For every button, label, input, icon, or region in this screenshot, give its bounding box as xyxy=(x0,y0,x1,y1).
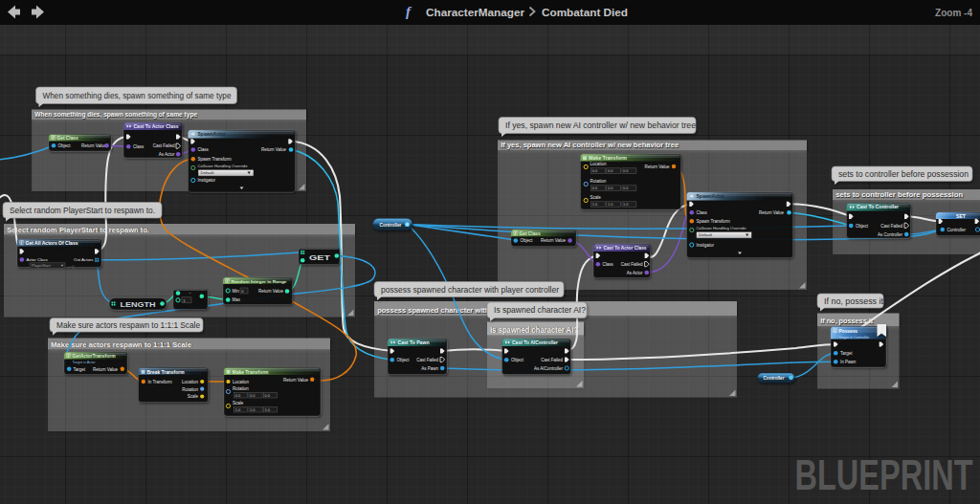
svg-text:Make sure actors respawn to 1:: Make sure actors respawn to 1:1:1 Scale xyxy=(56,320,200,330)
svg-text:Object: Object xyxy=(856,224,869,229)
svg-text:0.0: 0.0 xyxy=(608,168,613,173)
svg-text:0.0: 0.0 xyxy=(592,186,598,190)
svg-text:Break Transform: Break Transform xyxy=(147,370,185,375)
svg-text:Cast To Actor Class: Cast To Actor Class xyxy=(604,246,648,251)
svg-text:Cast To Actor Class: Cast To Actor Class xyxy=(134,124,179,129)
svg-text:Scale: Scale xyxy=(590,195,602,200)
svg-text:If no, possess it: If no, possess it xyxy=(824,296,884,306)
svg-text:Location: Location xyxy=(233,380,250,384)
svg-text:Spawn Transform: Spawn Transform xyxy=(697,219,731,224)
svg-text:Is spawned character AI?: Is spawned character AI? xyxy=(494,305,586,315)
svg-text:Instigator: Instigator xyxy=(198,178,216,183)
svg-text:Location: Location xyxy=(182,380,199,384)
svg-text:Scale: Scale xyxy=(188,394,199,399)
svg-text:Class: Class xyxy=(603,262,614,267)
svg-text:Instigator: Instigator xyxy=(697,243,715,248)
svg-text:When something dies, spawn som: When something dies, spawn something of … xyxy=(43,91,232,100)
svg-text:SpawnActor: SpawnActor xyxy=(198,131,226,137)
svg-text:Get All Actors Of Class: Get All Actors Of Class xyxy=(26,241,78,246)
svg-text:0.0: 0.0 xyxy=(235,393,241,398)
svg-text:Return Value: Return Value xyxy=(283,378,308,383)
svg-text:Make Transform: Make Transform xyxy=(589,156,627,161)
svg-text:Controller: Controller xyxy=(380,223,402,228)
svg-text:Collision Handling Override: Collision Handling Override xyxy=(198,164,249,168)
svg-text:Default: Default xyxy=(201,170,215,175)
svg-text:0.0: 0.0 xyxy=(608,186,613,190)
svg-text:Return Value: Return Value xyxy=(81,143,106,148)
svg-text:0.0: 0.0 xyxy=(265,393,271,398)
svg-text:Return Value: Return Value xyxy=(93,367,118,372)
svg-text:When something dies, spawn som: When something dies, spawn something of … xyxy=(34,110,197,119)
svg-text:Rotation: Rotation xyxy=(182,387,198,392)
svg-text:As Pawn: As Pawn xyxy=(421,366,438,371)
svg-text:As AIController: As AIController xyxy=(534,366,564,371)
svg-text:0.0: 0.0 xyxy=(592,168,598,173)
svg-text:Rotation: Rotation xyxy=(233,386,249,391)
svg-text:Cast Failed: Cast Failed xyxy=(541,358,563,362)
svg-text:Spawn Transform: Spawn Transform xyxy=(198,157,233,162)
svg-text:Make Transform: Make Transform xyxy=(233,370,269,375)
svg-text:Return Value: Return Value xyxy=(645,164,670,169)
svg-text:Controller: Controller xyxy=(764,376,785,381)
svg-text:Get Class: Get Class xyxy=(520,231,541,236)
svg-text:Cast Failed: Cast Failed xyxy=(621,262,643,267)
svg-text:GetActorTransform: GetActorTransform xyxy=(73,354,116,359)
svg-text:Select random PlayerStart to r: Select random PlayerStart to respawn to. xyxy=(10,206,155,215)
svg-text:Collision Handling Override: Collision Handling Override xyxy=(697,226,747,230)
svg-text:Object: Object xyxy=(511,358,524,362)
svg-text:Combatant Died: Combatant Died xyxy=(542,7,628,18)
svg-text:Cast To Controller: Cast To Controller xyxy=(857,205,899,209)
svg-text:Scale: Scale xyxy=(233,401,244,405)
svg-text:sets to controller before poss: sets to controller before possession xyxy=(838,169,969,179)
svg-text:Class: Class xyxy=(697,210,708,215)
svg-text:Controller: Controller xyxy=(947,228,967,232)
svg-text:1.0: 1.0 xyxy=(265,407,271,412)
svg-text:Rotation: Rotation xyxy=(590,179,607,184)
svg-text:If yes, spawn new AI controlle: If yes, spawn new AI controller w/ new b… xyxy=(505,121,696,130)
svg-text:+ Q: + Q xyxy=(68,264,75,269)
svg-text:SET: SET xyxy=(956,213,967,219)
svg-text:-: - xyxy=(189,290,191,296)
svg-text:1.0: 1.0 xyxy=(235,407,241,412)
svg-text:Is spawned character AI?: Is spawned character AI? xyxy=(490,325,578,335)
svg-text:Cast Failed: Cast Failed xyxy=(416,358,438,362)
svg-text:Return Value: Return Value xyxy=(258,289,283,294)
svg-text:Object: Object xyxy=(58,143,72,148)
svg-text:As Controller: As Controller xyxy=(878,232,903,237)
svg-text:Cast Failed: Cast Failed xyxy=(880,224,902,229)
svg-text:Random Integer in Range: Random Integer in Range xyxy=(232,279,288,284)
svg-text:GET: GET xyxy=(309,253,330,262)
svg-text:0.0: 0.0 xyxy=(623,168,629,173)
svg-text:Location: Location xyxy=(590,162,608,166)
svg-text:1.0: 1.0 xyxy=(623,202,629,207)
svg-text:Out Actors: Out Actors xyxy=(74,257,94,262)
svg-text:SpawnActor: SpawnActor xyxy=(697,193,724,199)
svg-text:Min: Min xyxy=(233,289,240,294)
svg-text:Object: Object xyxy=(397,358,411,362)
svg-text:1.0: 1.0 xyxy=(250,407,256,412)
svg-text:Target: Target xyxy=(74,367,86,372)
svg-text:Default: Default xyxy=(699,232,713,237)
svg-text:Cast Failed: Cast Failed xyxy=(153,143,175,148)
svg-text:1.0: 1.0 xyxy=(608,202,613,207)
svg-text:In Pawn: In Pawn xyxy=(840,360,857,364)
svg-text:As Actor: As Actor xyxy=(627,271,643,275)
svg-text:As Actor: As Actor xyxy=(159,152,175,157)
svg-text:Max: Max xyxy=(233,297,241,302)
svg-text:Return Value: Return Value xyxy=(759,210,784,215)
svg-text:Select random PlayerStart to r: Select random PlayerStart to respawn to. xyxy=(7,226,149,234)
svg-text:Possess: Possess xyxy=(839,329,858,334)
svg-text:Object: Object xyxy=(521,238,534,243)
svg-text:0.0: 0.0 xyxy=(250,393,256,398)
svg-text:BLUEPRINT: BLUEPRINT xyxy=(795,451,973,498)
svg-text:In Transform: In Transform xyxy=(148,380,173,384)
svg-text:Target is Actor: Target is Actor xyxy=(73,361,97,364)
svg-text:possess spawned character with: possess spawned character with player co… xyxy=(381,285,559,295)
svg-text:If yes, spawn new AI controlle: If yes, spawn new AI controller w/ new b… xyxy=(501,141,679,149)
svg-text:PlayerStart: PlayerStart xyxy=(32,263,52,268)
svg-text:Cast To Pawn: Cast To Pawn xyxy=(398,340,430,345)
svg-text:sets to controller before poss: sets to controller before possession xyxy=(835,190,963,199)
svg-text:LENGTH: LENGTH xyxy=(121,300,156,309)
svg-text:Class: Class xyxy=(198,147,210,152)
svg-text:Zoom -4: Zoom -4 xyxy=(935,7,973,18)
